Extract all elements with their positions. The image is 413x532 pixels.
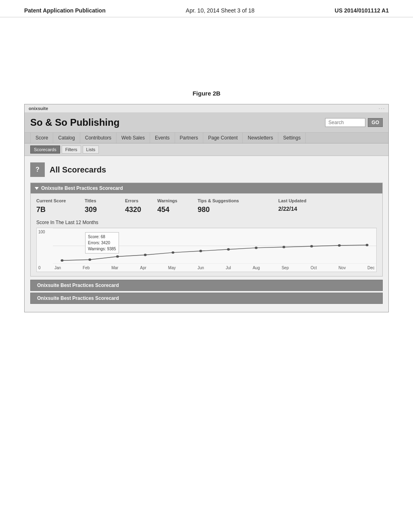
x-jan: Jan [54,266,61,270]
app-subnav: Scorecards Filters Lists [25,143,388,156]
col-value-titles: 309 [85,204,125,216]
scorecard-collapsed-1[interactable]: Onixsuite Best Practices Scorecard [30,280,383,291]
col-header-errors: Errors [125,197,157,204]
patent-right: US 2014/0101112 A1 [335,7,389,14]
x-mar: Mar [111,266,118,270]
patent-center: Apr. 10, 2014 Sheet 3 of 18 [186,7,254,14]
app-nav: Score Catalog Contributors Web Sales Eve… [25,133,388,143]
chart-section: Score In The Last 12 Months 100 0 [36,220,377,272]
x-jul: Jul [226,266,231,270]
stats-col-tips: Tips & Suggestions 980 [198,197,278,216]
app-container: onixsuite · · · So & So Publishing GO Sc… [24,104,389,312]
subnav-filters[interactable]: Filters [62,145,81,154]
brand-bold: suite [38,106,48,111]
stats-col-errors: Errors 4320 [125,197,157,216]
app-main: ? All Scorecards Onixsuite Best Practice… [25,156,388,312]
nav-web-sales[interactable]: Web Sales [117,133,150,143]
x-jun: Jun [198,266,204,270]
search-input[interactable] [325,118,365,127]
app-header: So & So Publishing GO [25,113,388,133]
x-sep: Sep [282,266,289,270]
tooltip-errors: Errors: 3420 [88,240,116,246]
x-dec: Dec [367,266,375,270]
collapsed-title-2: Onixsuite Best Practices Scorecard [37,295,119,301]
brand-regular: onix [29,106,38,111]
chart-point-jul [227,248,230,251]
scorecard-header[interactable]: Onixsuite Best Practices Scorecard [31,183,382,193]
x-may: May [168,266,176,270]
chart-point-nov [338,244,341,247]
x-apr: Apr [140,266,146,270]
subnav-lists[interactable]: Lists [83,145,99,154]
stats-col-updated: Last Updated 2/22/14 [278,197,327,216]
chart-point-may [171,251,174,254]
scorecard-body: Current Score 7B Titles 309 Errors 4320 … [31,193,382,276]
page-title-row: ? All Scorecards [30,162,383,177]
chart-point-jun [199,250,202,252]
y-max: 100 [38,230,51,234]
col-value-tips: 980 [198,204,278,216]
tooltip-warnings: Warnings: 9385 [88,246,116,252]
chart-point-apr [144,254,147,256]
col-header-updated: Last Updated [278,197,327,204]
patent-header: Patent Application Publication Apr. 10, … [0,0,413,17]
scorecard-title: Onixsuite Best Practices Scorecard [41,185,123,191]
chart-point-sep [282,246,285,248]
stats-grid: Current Score 7B Titles 309 Errors 4320 … [36,197,377,216]
chart-yaxis: 100 0 [37,228,53,272]
x-feb: Feb [83,266,90,270]
col-value-score: 7B [36,204,85,216]
patent-left: Patent Application Publication [24,7,106,14]
nav-catalog[interactable]: Catalog [53,133,80,143]
page-icon-symbol: ? [35,166,40,173]
stats-col-warnings: Warnings 454 [157,197,198,216]
scorecard-expanded: Onixsuite Best Practices Scorecard Curre… [30,183,383,276]
nav-score[interactable]: Score [30,133,53,143]
col-value-updated: 2/22/14 [278,204,327,214]
page-title: All Scorecards [50,165,106,175]
x-nov: Nov [338,266,346,270]
subnav-scorecards[interactable]: Scorecards [30,145,60,154]
stats-col-titles: Titles 309 [85,197,125,216]
chart-point-aug [255,247,258,249]
page-icon: ? [30,162,45,177]
nav-events[interactable]: Events [150,133,175,143]
brand-logo: onixsuite [29,106,48,111]
chart-title: Score In The Last 12 Months [36,220,377,225]
nav-page-content[interactable]: Page Content [203,133,243,143]
chart-svg-area: Score: 68 Errors: 3420 Warnings: 9385 [53,228,376,264]
col-header-titles: Titles [85,197,125,204]
col-header-warnings: Warnings [157,197,198,204]
x-oct: Oct [311,266,317,270]
chart-point-feb [88,258,91,261]
nav-partners[interactable]: Partners [175,133,203,143]
chart-container: 100 0 [36,228,377,272]
chart-point-jan [60,259,63,262]
col-value-errors: 4320 [125,204,157,216]
chart-point-mar [116,255,119,258]
y-min: 0 [38,266,51,270]
scorecard-collapsed-2[interactable]: Onixsuite Best Practices Scorecard [30,293,383,304]
chart-point-dec [366,244,369,246]
col-header-tips: Tips & Suggestions [198,197,278,204]
topbar-right: · · · [379,106,384,111]
app-topbar: onixsuite · · · [25,104,388,113]
figure-label: Figure 2B [0,90,413,97]
nav-contributors[interactable]: Contributors [80,133,117,143]
chart-point-oct [310,245,313,247]
tooltip-score: Score: 68 [88,234,116,240]
stats-col-score: Current Score 7B [36,197,85,216]
company-name: So & So Publishing [30,117,119,128]
nav-newsletters[interactable]: Newsletters [243,133,278,143]
expand-icon [35,187,39,190]
header-right: GO [325,118,383,127]
nav-settings[interactable]: Settings [278,133,306,143]
chart-tooltip: Score: 68 Errors: 3420 Warnings: 9385 [85,232,119,254]
go-button[interactable]: GO [368,118,383,127]
x-aug: Aug [252,266,260,270]
collapsed-title-1: Onixsuite Best Practices Scorecard [37,283,119,288]
col-header-score: Current Score [36,197,85,204]
col-value-warnings: 454 [157,204,198,216]
chart-xaxis: Jan Feb Mar Apr May Jun Jul Aug Sep Oct … [53,264,376,272]
